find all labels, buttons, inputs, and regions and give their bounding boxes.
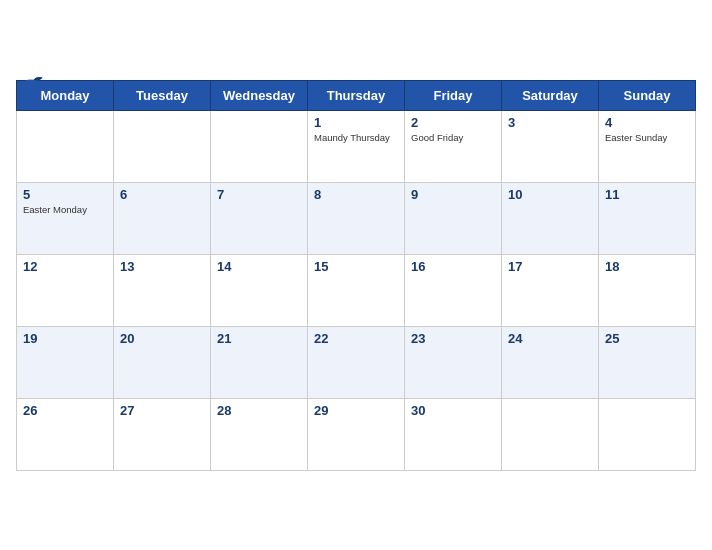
calendar-cell: 6 [114,182,211,254]
day-number: 28 [217,403,301,418]
calendar-cell: 11 [599,182,696,254]
day-number: 17 [508,259,592,274]
day-number: 1 [314,115,398,130]
calendar-cell: 13 [114,254,211,326]
day-number: 12 [23,259,107,274]
day-number: 9 [411,187,495,202]
calendar-cell: 22 [308,326,405,398]
calendar-cell: 24 [502,326,599,398]
calendar-cell: 2Good Friday [405,110,502,182]
calendar-cell: 8 [308,182,405,254]
weekday-header-tuesday: Tuesday [114,80,211,110]
week-row-5: 2627282930 [17,398,696,470]
day-number: 24 [508,331,592,346]
calendar-cell: 12 [17,254,114,326]
calendar-cell: 14 [211,254,308,326]
day-event: Easter Monday [23,204,107,215]
calendar-cell: 1Maundy Thursday [308,110,405,182]
calendar-cell: 17 [502,254,599,326]
calendar-cell: 16 [405,254,502,326]
day-number: 7 [217,187,301,202]
calendar-cell: 29 [308,398,405,470]
day-number: 14 [217,259,301,274]
day-number: 8 [314,187,398,202]
day-number: 2 [411,115,495,130]
day-number: 11 [605,187,689,202]
calendar-cell: 10 [502,182,599,254]
calendar-cell: 21 [211,326,308,398]
day-number: 29 [314,403,398,418]
calendar-cell: 4Easter Sunday [599,110,696,182]
week-row-1: 1Maundy Thursday2Good Friday34Easter Sun… [17,110,696,182]
calendar-cell: 15 [308,254,405,326]
calendar-cell: 30 [405,398,502,470]
calendar-cell: 9 [405,182,502,254]
day-number: 26 [23,403,107,418]
week-row-3: 12131415161718 [17,254,696,326]
calendar-cell [114,110,211,182]
day-number: 23 [411,331,495,346]
weekday-header-friday: Friday [405,80,502,110]
calendar-cell: 26 [17,398,114,470]
calendar-cell: 20 [114,326,211,398]
weekday-header-thursday: Thursday [308,80,405,110]
logo [16,74,44,106]
calendar-cell: 25 [599,326,696,398]
week-row-2: 5Easter Monday67891011 [17,182,696,254]
weekday-header-wednesday: Wednesday [211,80,308,110]
day-number: 6 [120,187,204,202]
day-event: Easter Sunday [605,132,689,143]
calendar-cell: 28 [211,398,308,470]
calendar-cell: 3 [502,110,599,182]
calendar-cell: 7 [211,182,308,254]
calendar-cell: 27 [114,398,211,470]
weekday-header-row: MondayTuesdayWednesdayThursdayFridaySatu… [17,80,696,110]
day-number: 18 [605,259,689,274]
day-number: 25 [605,331,689,346]
day-number: 13 [120,259,204,274]
day-number: 10 [508,187,592,202]
weekday-header-sunday: Sunday [599,80,696,110]
day-number: 22 [314,331,398,346]
weekday-header-saturday: Saturday [502,80,599,110]
week-row-4: 19202122232425 [17,326,696,398]
calendar-cell: 18 [599,254,696,326]
calendar-cell: 5Easter Monday [17,182,114,254]
calendar-cell [211,110,308,182]
day-number: 16 [411,259,495,274]
calendar-cell: 23 [405,326,502,398]
day-number: 5 [23,187,107,202]
calendar-cell [502,398,599,470]
calendar-cell [599,398,696,470]
calendar-cell [17,110,114,182]
day-number: 4 [605,115,689,130]
calendar-table: MondayTuesdayWednesdayThursdayFridaySatu… [16,80,696,471]
day-number: 20 [120,331,204,346]
day-event: Maundy Thursday [314,132,398,143]
day-number: 19 [23,331,107,346]
day-number: 30 [411,403,495,418]
calendar: MondayTuesdayWednesdayThursdayFridaySatu… [0,64,712,487]
day-number: 3 [508,115,592,130]
day-number: 27 [120,403,204,418]
day-number: 21 [217,331,301,346]
day-number: 15 [314,259,398,274]
calendar-cell: 19 [17,326,114,398]
day-event: Good Friday [411,132,495,143]
